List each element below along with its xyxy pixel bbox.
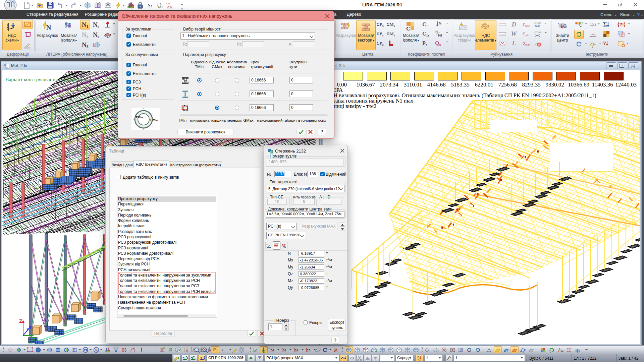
- svg-text:C: C: [406, 26, 410, 32]
- svg-text:Σ: Σ: [200, 356, 203, 361]
- svg-text:Варіант конструювання Вірний в: Варіант конструювання Вірний варіант: [5, 76, 93, 82]
- svg-text:EF: EF: [84, 349, 88, 352]
- svg-text:N3: N3: [82, 41, 89, 49]
- svg-text:Aa: Aa: [167, 4, 172, 9]
- svg-text:f: f: [592, 44, 594, 48]
- svg-text:εmax: εmax: [534, 31, 541, 34]
- svg-text:C1: C1: [422, 21, 428, 28]
- svg-text:YX: YX: [307, 348, 311, 351]
- svg-text:N: N: [439, 21, 441, 25]
- svg-text:σ: σ: [194, 358, 196, 361]
- svg-text:12: 12: [560, 349, 564, 352]
- svg-text:N1: N1: [82, 21, 89, 29]
- svg-text:G: G: [563, 24, 567, 29]
- svg-text:Ns: Ns: [93, 21, 99, 29]
- svg-text:ΣMy: ΣMy: [387, 31, 395, 37]
- svg-text:{?!}: {?!}: [618, 22, 625, 27]
- svg-text:N: N: [284, 246, 286, 249]
- svg-text:σmax: σmax: [523, 40, 530, 46]
- svg-text:ΣPz: ΣPz: [377, 41, 383, 46]
- svg-text:Si: Si: [148, 2, 152, 9]
- svg-text:?: ?: [603, 41, 606, 46]
- svg-text:C1y: C1y: [422, 31, 430, 37]
- svg-text:Ne: Ne: [93, 31, 100, 39]
- svg-text:GMax: GMax: [150, 118, 159, 122]
- svg-text:12): 12): [590, 22, 596, 27]
- svg-text:.L.: .L.: [221, 348, 225, 352]
- svg-text:Σ: Σ: [183, 356, 186, 361]
- svg-text:N: N: [46, 24, 51, 31]
- svg-text:N: N: [461, 349, 463, 352]
- svg-text:ΣPx: ΣPx: [377, 22, 384, 27]
- svg-text:YZ: YZ: [295, 348, 298, 351]
- svg-text:Y: Y: [29, 324, 32, 330]
- svg-text:Qx: Qx: [435, 40, 441, 47]
- svg-text:ΣMx: ΣMx: [387, 22, 395, 27]
- svg-text:N: N: [435, 30, 438, 34]
- svg-text:ΣPy: ΣPy: [377, 31, 384, 37]
- svg-text:Z: Z: [19, 318, 22, 324]
- svg-text:Pz: Pz: [422, 40, 427, 47]
- svg-text:εmax: εmax: [523, 21, 530, 27]
- svg-text:XY: XY: [283, 348, 286, 351]
- svg-text:Z: Z: [417, 356, 419, 358]
- svg-text:Fd: Fd: [438, 34, 442, 37]
- svg-text:εmin: εmin: [523, 31, 529, 37]
- svg-text:X: X: [32, 336, 35, 342]
- svg-text:N2: N2: [82, 31, 89, 39]
- svg-text:26: 26: [6, 66, 8, 68]
- svg-text:TMin: TMin: [136, 116, 143, 119]
- svg-text:εmax: εmax: [534, 21, 541, 24]
- svg-text:Σ: Σ: [603, 21, 607, 28]
- svg-text:XZ: XZ: [271, 348, 274, 351]
